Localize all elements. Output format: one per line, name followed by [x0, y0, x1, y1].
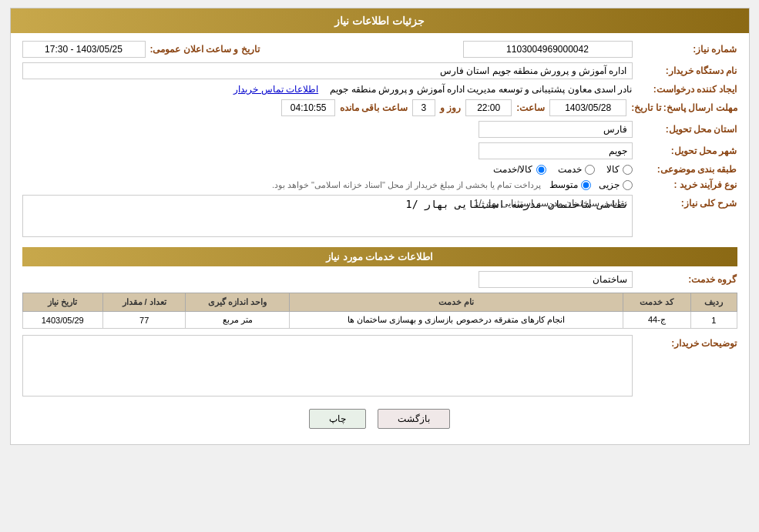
category-radio-group: کالا خدمت کالا/خدمت [22, 164, 633, 175]
announce-date-value: 1403/05/25 - 17:30 [22, 41, 146, 58]
process-radio-motavasset[interactable] [581, 180, 591, 190]
table-cell-0-4: 77 [102, 312, 185, 329]
col-header-row: ردیف [691, 293, 737, 312]
announce-date-label: تاریخ و ساعت اعلان عمومی: [150, 44, 260, 55]
need-number-label: شماره نیاز: [637, 44, 737, 55]
city-row: شهر محل تحویل: جویم [22, 142, 737, 159]
deadline-time: 22:00 [465, 99, 512, 116]
page-container: جزئیات اطلاعات نیاز شماره نیاز: 11030049… [10, 8, 750, 445]
buyer-org-row: نام دستگاه خریدار: اداره آموزش و پرورش م… [22, 62, 737, 79]
buyer-notes-textarea[interactable] [22, 335, 633, 396]
buyer-notes-label: توضیحات خریدار: [637, 338, 737, 349]
main-content: شماره نیاز: 1103004969000042 تاریخ و ساع… [11, 33, 749, 444]
category-row: طبقه بندی موضوعی: کالا خدمت کالا/خدمت [22, 164, 737, 175]
buttons-row: بازگشت چاپ [22, 401, 737, 437]
process-label: نوع فرآیند خرید : [637, 179, 737, 190]
buyer-org-value: اداره آموزش و پرورش منطقه جویم استان فار… [22, 62, 633, 79]
process-row: نوع فرآیند خرید : جزیی متوسط پرداخت تمام… [22, 179, 737, 190]
category-option-khedmat: خدمت [558, 164, 595, 175]
description-textarea[interactable] [22, 195, 633, 237]
buyer-org-label: نام دستگاه خریدار: [637, 65, 737, 76]
col-header-unit: واحد اندازه گیری [186, 293, 290, 312]
province-value: فارس [479, 121, 633, 138]
table-cell-0-2: انجام کارهای متفرقه درخصوص بازسازی و بهس… [290, 312, 623, 329]
table-cell-0-5: 1403/05/29 [22, 312, 102, 329]
category-both-label: کالا/خدمت [493, 164, 532, 175]
need-number-row: شماره نیاز: 1103004969000042 تاریخ و ساع… [22, 41, 737, 58]
creator-label: ایجاد کننده درخواست: [637, 84, 737, 95]
description-container: نقاشی ساختمان مدرسه استثنایی بهار /1 [22, 195, 633, 239]
table-row: 1ج-44انجام کارهای متفرقه درخصوص بازسازی … [22, 312, 737, 329]
deadline-time-label: ساعت: [516, 102, 545, 113]
deadline-label: مهلت ارسال پاسخ: تا تاریخ: [631, 102, 737, 113]
city-value: جویم [479, 142, 633, 159]
category-radio-both[interactable] [536, 165, 546, 175]
table-cell-0-0: 1 [691, 312, 737, 329]
deadline-remaining: 04:10:55 [281, 99, 335, 116]
category-radio-kala[interactable] [623, 165, 633, 175]
service-group-row: گروه خدمت: ساختمان [22, 271, 737, 288]
contact-link[interactable]: اطلاعات تماس خریدار [233, 84, 318, 95]
process-option-jozei: جزیی [599, 179, 633, 190]
col-header-name: نام خدمت [290, 293, 623, 312]
deadline-days: 3 [412, 99, 435, 116]
buyer-notes-row: توضیحات خریدار: [22, 335, 737, 396]
service-group-value: ساختمان [479, 271, 633, 288]
table-header-row: ردیف کد خدمت نام خدمت واحد اندازه گیری ت… [22, 293, 737, 312]
table-cell-0-3: متر مربع [186, 312, 290, 329]
process-radio-jozei[interactable] [623, 180, 633, 190]
description-row: شرح کلی نیاز: نقاشی ساختمان مدرسه استثنا… [22, 195, 737, 239]
process-option-motavasset: متوسط [549, 179, 591, 190]
category-option-both: کالا/خدمت [493, 164, 546, 175]
creator-value: نادر اسدی معاون پشتیبانی و توسعه مدیریت … [330, 84, 632, 95]
services-header-text: اطلاعات خدمات مورد نیاز [326, 251, 433, 263]
col-header-qty: تعداد / مقدار [102, 293, 185, 312]
page-title: جزئیات اطلاعات نیاز [334, 15, 425, 27]
deadline-row: مهلت ارسال پاسخ: تا تاریخ: 1403/05/28 سا… [22, 99, 737, 116]
process-motavasset-label: متوسط [549, 179, 578, 190]
services-table: ردیف کد خدمت نام خدمت واحد اندازه گیری ت… [22, 293, 737, 329]
process-jozei-label: جزیی [599, 179, 620, 190]
need-number-value: 1103004969000042 [463, 41, 633, 58]
category-label: طبقه بندی موضوعی: [637, 164, 737, 175]
category-khedmat-label: خدمت [558, 164, 582, 175]
category-option-kala: کالا [606, 164, 633, 175]
deadline-day-label: روز و [440, 102, 461, 113]
back-button[interactable]: بازگشت [378, 409, 450, 429]
province-row: استان محل تحویل: فارس [22, 121, 737, 138]
print-button[interactable]: چاپ [309, 409, 366, 429]
description-label: شرح کلی نیاز: [637, 198, 737, 209]
service-group-label: گروه خدمت: [637, 274, 737, 285]
city-label: شهر محل تحویل: [637, 146, 737, 156]
col-header-date: تاریخ نیاز [22, 293, 102, 312]
category-kala-label: کالا [606, 164, 620, 175]
services-section-header: اطلاعات خدمات مورد نیاز [22, 247, 737, 266]
table-cell-0-1: ج-44 [623, 312, 690, 329]
col-header-code: کد خدمت [623, 293, 690, 312]
deadline-date: 1403/05/28 [549, 99, 626, 116]
province-label: استان محل تحویل: [637, 124, 737, 135]
creator-row: ایجاد کننده درخواست: نادر اسدی معاون پشت… [22, 84, 737, 95]
page-header: جزئیات اطلاعات نیاز [11, 8, 749, 33]
category-radio-khedmat[interactable] [585, 165, 595, 175]
deadline-remaining-label: ساعت باقی مانده [340, 102, 408, 113]
process-options: جزیی متوسط پرداخت تمام یا بخشی از مبلغ خ… [22, 179, 633, 190]
process-note: پرداخت تمام یا بخشی از مبلغ خریدار از مح… [272, 180, 542, 190]
